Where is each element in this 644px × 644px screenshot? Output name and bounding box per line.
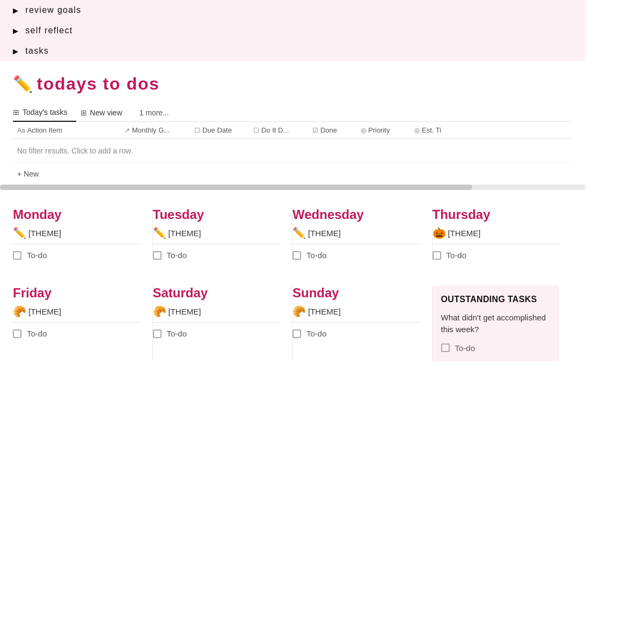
- checkbox-monday[interactable]: [13, 251, 21, 260]
- todo-monday[interactable]: To-do: [13, 251, 140, 260]
- col-label: Action Item: [27, 126, 62, 134]
- checkbox-friday[interactable]: [13, 330, 21, 338]
- checkbox-saturday[interactable]: [153, 330, 162, 338]
- collapsible-item-review-goals[interactable]: ▶ review goals: [0, 0, 585, 20]
- col-action-item[interactable]: Aa Action Item: [13, 126, 120, 134]
- todo-label-wednesday: To-do: [306, 251, 327, 260]
- theme-emoji-sunday: 🥐: [292, 305, 306, 318]
- day-col-tuesday: Tuesday ✏️ [THEME] To-do: [153, 207, 293, 260]
- col-icon-arrow: ↗: [125, 127, 130, 134]
- table-icon-2: ⊞: [80, 108, 87, 117]
- todo-tuesday[interactable]: To-do: [153, 251, 280, 260]
- todo-label-thursday: To-do: [447, 251, 467, 260]
- tab-more[interactable]: 1 more...: [135, 104, 173, 121]
- col-priority[interactable]: ◎ Priority: [356, 126, 410, 134]
- todays-title: ✏️ todays to dos: [13, 74, 572, 94]
- collapsible-label: review goals: [25, 5, 81, 15]
- outstanding-todo-label: To-do: [455, 343, 475, 353]
- todo-label-monday: To-do: [27, 251, 47, 260]
- add-new-label: + New: [17, 170, 39, 178]
- col-icon-time: ◎: [414, 127, 420, 134]
- todo-saturday[interactable]: To-do: [153, 329, 280, 338]
- todays-section: ✏️ todays to dos ⊞ Today's tasks ⊞ New v…: [0, 61, 585, 185]
- theme-label-wednesday: [THEME]: [308, 229, 341, 238]
- collapsible-label: self reflect: [25, 26, 72, 35]
- col-label: Due Date: [202, 126, 232, 134]
- day-name-sunday: Sunday: [292, 286, 419, 301]
- day-col-monday: Monday ✏️ [THEME] To-do: [13, 207, 153, 260]
- days-grid-row1: Monday ✏️ [THEME] To-do Tuesday ✏️ [THEM…: [13, 207, 572, 260]
- todo-label-friday: To-do: [27, 329, 47, 338]
- checkbox-tuesday[interactable]: [153, 251, 162, 260]
- theme-emoji-thursday: 🎃: [433, 226, 446, 239]
- checkbox-thursday[interactable]: [433, 251, 441, 260]
- col-label: Est. Ti: [422, 126, 441, 134]
- day-name-friday: Friday: [13, 286, 140, 301]
- theme-emoji-wednesday: ✏️: [292, 226, 306, 239]
- day-col-saturday: Saturday 🥐 [THEME] To-do: [153, 286, 293, 361]
- day-col-wednesday: Wednesday ✏️ [THEME] To-do: [292, 207, 433, 260]
- theme-emoji-monday: ✏️: [13, 226, 26, 239]
- theme-label-friday: [THEME]: [28, 307, 61, 316]
- no-filter-text: No filter results. Click to add a row.: [13, 139, 572, 163]
- todo-label-sunday: To-do: [306, 329, 327, 338]
- todo-sunday[interactable]: To-do: [292, 329, 419, 338]
- tab-todays-tasks[interactable]: ⊞ Today's tasks: [13, 104, 76, 122]
- pencil-emoji: ✏️: [13, 75, 34, 93]
- todo-friday[interactable]: To-do: [13, 329, 140, 338]
- theme-label-saturday: [THEME]: [169, 307, 201, 316]
- theme-label-thursday: [THEME]: [448, 229, 481, 238]
- collapsible-item-tasks[interactable]: ▶ tasks: [0, 41, 585, 61]
- day-theme-thursday: 🎃 [THEME]: [433, 226, 560, 244]
- todo-label-tuesday: To-do: [167, 251, 187, 260]
- col-monthly-g[interactable]: ↗ Monthly G...: [120, 126, 190, 134]
- col-due-date[interactable]: ☐ Due Date: [190, 126, 249, 134]
- col-label: Monthly G...: [132, 126, 170, 134]
- collapsible-item-self-reflect[interactable]: ▶ self reflect: [0, 20, 585, 41]
- tab-label: New view: [90, 108, 122, 117]
- col-icon-priority: ◎: [361, 127, 366, 134]
- day-name-thursday: Thursday: [433, 207, 560, 222]
- theme-emoji-tuesday: ✏️: [153, 226, 166, 239]
- checkbox-wednesday[interactable]: [292, 251, 301, 260]
- day-col-thursday: Thursday 🎃 [THEME] To-do: [433, 207, 573, 260]
- horizontal-scrollbar[interactable]: [0, 185, 585, 190]
- tab-label: Today's tasks: [23, 108, 68, 116]
- day-theme-monday: ✏️ [THEME]: [13, 226, 140, 244]
- day-theme-saturday: 🥐 [THEME]: [153, 305, 280, 323]
- outstanding-title: OUTSTANDING TASKS: [441, 294, 551, 305]
- theme-emoji-saturday: 🥐: [153, 305, 166, 318]
- todays-title-text: todays to dos: [37, 74, 160, 94]
- outstanding-todo[interactable]: To-do: [441, 343, 551, 353]
- add-new-button[interactable]: + New: [13, 163, 572, 185]
- tabs-row: ⊞ Today's tasks ⊞ New view 1 more...: [13, 104, 572, 122]
- todo-label-saturday: To-do: [167, 329, 187, 338]
- day-name-monday: Monday: [13, 207, 140, 222]
- theme-emoji-friday: 🥐: [13, 305, 26, 318]
- day-theme-friday: 🥐 [THEME]: [13, 305, 140, 323]
- arrow-icon: ▶: [13, 47, 19, 55]
- table-icon: ⊞: [13, 108, 19, 116]
- todo-wednesday[interactable]: To-do: [292, 251, 419, 260]
- col-icon-calendar2: ☐: [253, 127, 259, 134]
- checkbox-sunday[interactable]: [292, 330, 301, 338]
- col-icon-check: ☑: [312, 127, 318, 134]
- scroll-thumb[interactable]: [0, 185, 472, 190]
- outstanding-tasks-col: OUTSTANDING TASKS What didn't get accomp…: [433, 286, 573, 361]
- arrow-icon: ▶: [13, 27, 19, 35]
- checkbox-outstanding[interactable]: [441, 343, 450, 352]
- day-theme-tuesday: ✏️ [THEME]: [153, 226, 280, 244]
- col-done[interactable]: ☑ Done: [308, 126, 356, 134]
- collapsible-section: ▶ review goals ▶ self reflect ▶ tasks: [0, 0, 585, 61]
- day-col-sunday: Sunday 🥐 [THEME] To-do: [292, 286, 433, 361]
- col-est-ti[interactable]: ◎ Est. Ti: [410, 126, 453, 134]
- col-label: Priority: [368, 126, 390, 134]
- day-name-wednesday: Wednesday: [292, 207, 419, 222]
- day-theme-wednesday: ✏️ [THEME]: [292, 226, 419, 244]
- outstanding-description: What didn't get accomplished this week?: [441, 312, 551, 336]
- col-do-it-d[interactable]: ☐ Do It D...: [249, 126, 308, 134]
- days-grid-row2: Friday 🥐 [THEME] To-do Saturday 🥐 [THEME…: [13, 286, 572, 361]
- tab-new-view[interactable]: ⊞ New view: [80, 104, 131, 121]
- todo-thursday[interactable]: To-do: [433, 251, 560, 260]
- day-name-tuesday: Tuesday: [153, 207, 280, 222]
